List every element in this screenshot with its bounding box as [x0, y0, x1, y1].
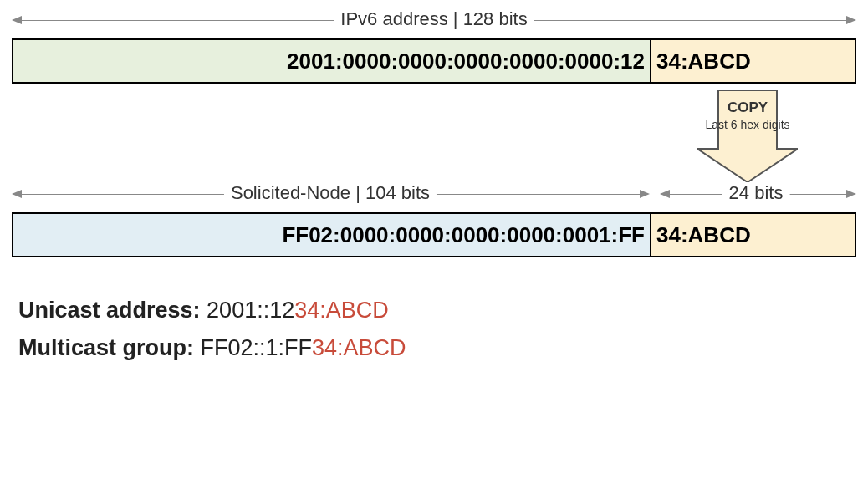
copy-arrow-section: COPY Last 6 hex digits — [12, 90, 856, 182]
multicast-black: FF02::1:FF — [201, 335, 313, 360]
solicited-suffix-cell: 34:ABCD — [651, 214, 855, 256]
arrow-right-icon — [846, 16, 856, 24]
unicast-black: 2001::12 — [207, 298, 294, 323]
multicast-label: Multicast group: — [18, 335, 201, 360]
arrow-left-icon — [660, 190, 670, 198]
unicast-red: 34:ABCD — [294, 298, 389, 323]
bits24-label: 24 bits — [722, 182, 790, 204]
ipv6-address-bar: 2001:0000:0000:0000:0000:0000:12 34:ABCD — [12, 38, 856, 84]
arrow-right-icon — [846, 190, 856, 198]
arrow-left-icon — [12, 16, 22, 24]
unicast-label: Unicast address: — [18, 298, 207, 323]
multicast-red: 34:ABCD — [312, 335, 406, 360]
ipv6-suffix-cell: 34:ABCD — [651, 40, 855, 82]
solicited-node-bar: FF02:0000:0000:0000:0000:0001:FF 34:ABCD — [12, 212, 856, 257]
top-bracket: IPv6 address | 128 bits — [12, 8, 856, 32]
ipv6-prefix-cell: 2001:0000:0000:0000:0000:0000:12 — [13, 40, 651, 82]
solicited-prefix-cell: FF02:0000:0000:0000:0000:0001:FF — [13, 214, 651, 256]
top-bracket-label: IPv6 address | 128 bits — [334, 8, 534, 30]
solicited-node-label: Solicited-Node | 104 bits — [224, 182, 437, 204]
unicast-line: Unicast address: 2001::1234:ABCD — [18, 298, 856, 324]
copy-arrow-icon — [697, 90, 798, 182]
arrow-left-icon — [12, 190, 22, 198]
summary-section: Unicast address: 2001::1234:ABCD Multica… — [18, 298, 856, 361]
arrow-right-icon — [640, 190, 650, 198]
multicast-line: Multicast group: FF02::1:FF34:ABCD — [18, 335, 856, 361]
bottom-bracket-row: Solicited-Node | 104 bits 24 bits — [12, 182, 856, 206]
